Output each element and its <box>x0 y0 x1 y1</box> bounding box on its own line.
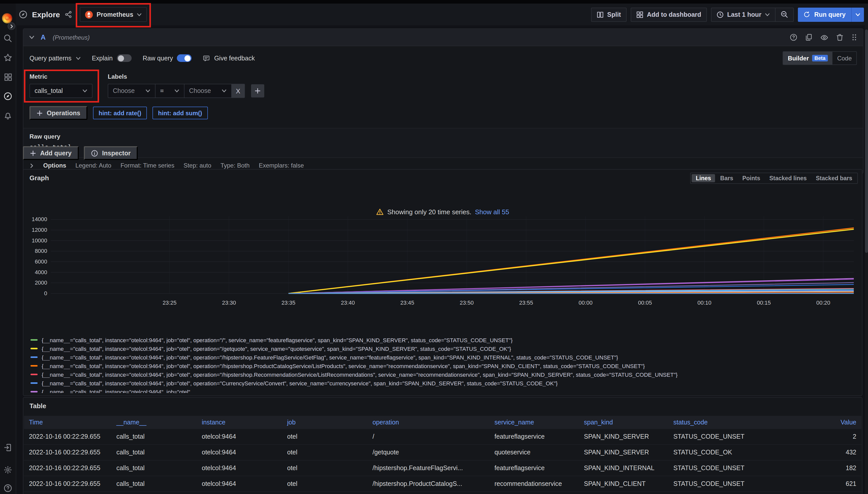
add-to-dashboard-button[interactable]: Add to dashboard <box>631 7 707 22</box>
mode-tab-stacked-lines[interactable]: Stacked lines <box>765 174 811 182</box>
label-key-select[interactable]: Choose <box>108 84 155 98</box>
datasource-picker[interactable]: Prometheus <box>80 7 147 22</box>
apps-icon[interactable] <box>3 73 12 81</box>
query-row-header[interactable]: A (Prometheus) <box>23 29 863 46</box>
inspector-button[interactable]: Inspector <box>84 146 138 160</box>
hint-add-rate-button[interactable]: hint: add rate() <box>93 107 147 119</box>
legend-swatch <box>31 382 38 384</box>
legend-label: {__name__="calls_total", instance="otelc… <box>42 345 511 352</box>
table-cell: otelcol:9464 <box>197 449 282 456</box>
run-query-dropdown[interactable] <box>851 7 864 22</box>
legend-item[interactable]: {__name__="calls_total", instance="otelc… <box>31 363 858 368</box>
add-query-button[interactable]: Add query <box>23 146 79 160</box>
hint-add-sum-button[interactable]: hint: add sum() <box>152 107 207 119</box>
split-button[interactable]: Split <box>591 7 627 22</box>
legend-label: {__name__="calls_total", instance="otelc… <box>42 388 198 393</box>
sidebar-expand-button[interactable] <box>7 22 15 30</box>
mode-tab-lines[interactable]: Lines <box>692 174 715 182</box>
svg-text:00:00: 00:00 <box>579 300 593 306</box>
search-icon[interactable] <box>3 34 12 43</box>
table-cell: SPAN_KIND_INTERNAL <box>579 464 668 472</box>
mode-tab-points[interactable]: Points <box>738 174 764 182</box>
column-header-name[interactable]: __name__ <box>111 419 197 426</box>
legend-item[interactable]: {__name__="calls_total", instance="otelc… <box>31 346 858 352</box>
column-header-job[interactable]: job <box>282 419 367 426</box>
mode-tab-stacked-bars[interactable]: Stacked bars <box>812 174 856 182</box>
label-value-select[interactable]: Choose <box>184 84 231 98</box>
help-icon[interactable] <box>3 484 12 493</box>
column-header-statuscode[interactable]: status_code <box>668 419 758 426</box>
table-cell: 621 <box>758 480 862 488</box>
table-cell: STATUS_CODE_UNSET <box>668 464 758 472</box>
grafana-explore-window: Explore Prometheus Split <box>0 0 868 494</box>
time-range-label: Last 1 hour <box>727 11 761 18</box>
column-header-servicename[interactable]: service_name <box>489 419 579 426</box>
time-series-chart[interactable]: 23:2523:3023:3523:4023:4523:5023:5500:00… <box>28 213 857 309</box>
table-row[interactable]: 2022-10-16 00:22:29.655calls_totalotelco… <box>24 429 862 445</box>
time-range-button[interactable]: Last 1 hour <box>711 8 775 21</box>
table-row[interactable]: 2022-10-16 00:22:29.655calls_totalotelco… <box>24 460 862 476</box>
gear-icon[interactable] <box>3 466 12 474</box>
explain-label: Explain <box>92 55 112 62</box>
operations-button[interactable]: Operations <box>30 106 87 120</box>
scrollbar-thumb[interactable] <box>865 30 868 253</box>
column-header-time[interactable]: Time <box>24 419 111 426</box>
prometheus-icon <box>85 11 93 19</box>
copy-query-icon[interactable] <box>805 34 813 41</box>
hide-response-icon[interactable] <box>820 33 828 41</box>
star-icon[interactable] <box>3 53 12 62</box>
grafana-logo[interactable] <box>2 13 12 23</box>
legend-item[interactable]: {__name__="calls_total", instance="otelc… <box>31 337 858 343</box>
metric-select[interactable]: calls_total <box>30 84 92 98</box>
run-query-button[interactable]: Run query <box>798 7 864 22</box>
query-patterns-dropdown[interactable]: Query patterns <box>30 55 80 62</box>
table-panel: Table Time__name__instancejoboperationse… <box>23 397 863 494</box>
legend-item[interactable]: {__name__="calls_total", instance="otelc… <box>31 389 858 393</box>
explain-toggle-group: Explain <box>92 54 131 62</box>
mode-tab-bars[interactable]: Bars <box>716 174 737 182</box>
table-cell: recommendationservice <box>489 480 579 488</box>
bell-icon[interactable] <box>3 111 12 120</box>
give-feedback-link[interactable]: Give feedback <box>203 55 255 62</box>
metric-value: calls_total <box>35 87 63 94</box>
add-label-filter-button[interactable] <box>251 84 264 97</box>
legend-swatch <box>31 365 38 367</box>
legend-item[interactable]: {__name__="calls_total", instance="otelc… <box>31 380 858 386</box>
table-row[interactable]: 2022-10-16 00:22:29.655calls_totalotelco… <box>24 492 862 494</box>
code-mode-button[interactable]: Code <box>833 52 856 64</box>
table-row[interactable]: 2022-10-16 00:22:29.655calls_totalotelco… <box>24 445 862 460</box>
label-operator-value: = <box>160 87 164 94</box>
column-header-operation[interactable]: operation <box>367 419 489 426</box>
legend-item[interactable]: {__name__="calls_total", instance="otelc… <box>31 354 858 360</box>
column-header-instance[interactable]: instance <box>197 419 282 426</box>
zoom-out-button[interactable] <box>775 8 793 21</box>
remove-query-icon[interactable] <box>836 34 844 41</box>
table-cell: SPAN_KIND_SERVER <box>579 433 668 440</box>
share-icon[interactable] <box>65 11 72 18</box>
drag-handle-icon[interactable] <box>851 34 857 41</box>
table-row[interactable]: 2022-10-16 00:22:29.655calls_totalotelco… <box>24 476 862 492</box>
query-help-icon[interactable] <box>790 34 797 41</box>
explain-toggle[interactable] <box>116 54 131 62</box>
svg-text:6000: 6000 <box>35 259 47 265</box>
table-cell: 432 <box>758 449 862 456</box>
label-operator-select[interactable]: = <box>155 84 184 98</box>
column-header-value[interactable]: Value <box>758 419 862 426</box>
page-scrollbar[interactable] <box>865 25 868 494</box>
builder-mode-button[interactable]: Builder Beta <box>783 52 833 64</box>
options-type: Type: Both <box>220 162 250 169</box>
table-panel-title: Table <box>30 402 46 410</box>
legend-item[interactable]: {__name__="calls_total", instance="otelc… <box>31 372 858 377</box>
svg-text:8000: 8000 <box>35 248 47 254</box>
column-header-spankind[interactable]: span_kind <box>579 419 668 426</box>
sign-in-icon[interactable] <box>3 443 12 452</box>
compass-icon[interactable] <box>3 92 12 100</box>
svg-text:23:45: 23:45 <box>400 300 414 306</box>
graph-panel-title: Graph <box>30 174 49 182</box>
raw-query-toggle[interactable] <box>177 54 192 62</box>
window-top-strip <box>0 0 868 3</box>
remove-label-filter-button[interactable]: X <box>231 84 245 98</box>
options-legend: Legend: Auto <box>75 162 111 169</box>
raw-query-section: Raw query calls_total <box>23 128 863 157</box>
query-editor-card: A (Prometheus) Query patterns Explain Ra… <box>23 28 864 174</box>
